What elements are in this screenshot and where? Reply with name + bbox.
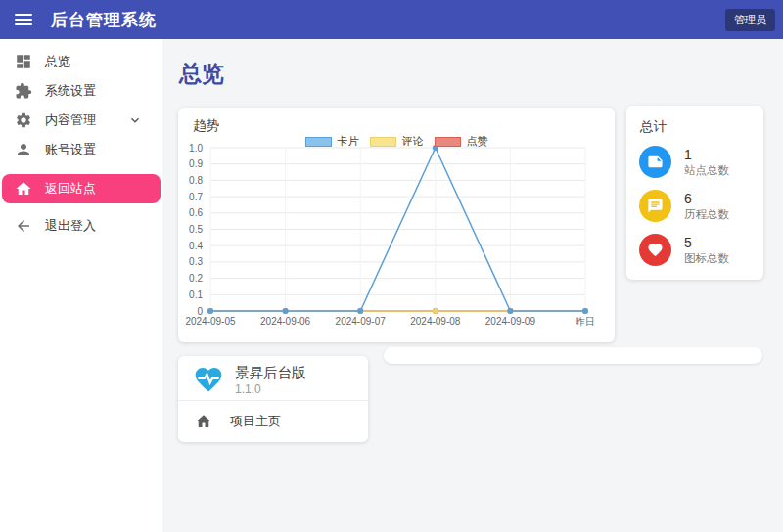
svg-text:0.9: 0.9 — [189, 158, 203, 169]
stat-label: 图标总数 — [684, 251, 729, 266]
note-icon — [639, 146, 671, 178]
legend-swatch — [435, 137, 461, 147]
sidebar-item-label: 返回站点 — [45, 180, 96, 198]
sidebar-item-label: 账号设置 — [45, 141, 96, 158]
stat-value: 5 — [684, 235, 729, 251]
svg-text:2024-09-06: 2024-09-06 — [260, 316, 311, 327]
app-name: 景昇后台版 — [235, 364, 306, 382]
svg-text:0.7: 0.7 — [189, 192, 203, 202]
chevron-down-icon[interactable] — [127, 112, 143, 128]
chart-legend: 卡片评论点赞 — [178, 134, 615, 149]
svg-text:2024-09-07: 2024-09-07 — [336, 316, 387, 327]
totals-title: 总计 — [640, 118, 667, 136]
sidebar-item-system-settings[interactable]: 系统设置 — [0, 76, 162, 106]
app-title: 后台管理系统 — [51, 9, 157, 31]
home-icon — [195, 413, 212, 430]
dashboard-icon — [15, 53, 32, 70]
page-title: 总览 — [179, 59, 224, 89]
empty-panel — [384, 347, 762, 364]
sidebar-item-label: 总览 — [45, 53, 70, 70]
legend-label: 卡片 — [338, 134, 359, 149]
legend-label: 评论 — [402, 134, 424, 149]
chat-icon — [639, 190, 671, 222]
heart-icon — [639, 234, 671, 266]
arrow-left-icon — [15, 217, 32, 235]
totals-panel: 总计 1 站点总数 6 历程总数 5 图标总数 — [626, 106, 763, 280]
heart-pulse-icon — [192, 364, 225, 395]
sidebar-item-content-management[interactable]: 内容管理 — [0, 106, 162, 135]
sidebar-item-back-to-site[interactable]: 返回站点 — [2, 174, 161, 203]
home-icon — [15, 180, 32, 198]
svg-text:2024-09-09: 2024-09-09 — [485, 316, 536, 327]
project-home-link[interactable]: 项目主页 — [178, 401, 368, 441]
legend-swatch — [305, 137, 332, 147]
top-bar: 后台管理系统 管理员 — [0, 0, 783, 39]
stat-label: 站点总数 — [684, 163, 729, 178]
svg-text:0.4: 0.4 — [189, 241, 203, 251]
sidebar-item-label: 内容管理 — [45, 111, 96, 129]
app-version: 1.1.0 — [235, 382, 261, 396]
legend-swatch — [370, 137, 396, 147]
sidebar-item-label: 系统设置 — [45, 82, 96, 100]
stat-value: 1 — [684, 147, 729, 163]
legend-label: 点赞 — [467, 134, 488, 149]
stat-label: 历程总数 — [684, 207, 729, 222]
menu-icon[interactable] — [15, 14, 32, 25]
svg-text:0.5: 0.5 — [189, 224, 203, 235]
svg-text:昨日: 昨日 — [576, 316, 595, 327]
svg-text:0.2: 0.2 — [189, 273, 203, 284]
stat-sites: 1 站点总数 — [639, 146, 756, 178]
about-card: 景昇后台版 1.1.0 项目主页 — [178, 356, 368, 442]
stat-history: 6 历程总数 — [639, 190, 756, 222]
sidebar-item-label: 退出登入 — [45, 217, 96, 235]
person-icon — [15, 141, 32, 158]
gear-icon — [15, 111, 32, 129]
svg-text:0.6: 0.6 — [189, 207, 203, 218]
svg-text:2024-09-05: 2024-09-05 — [185, 316, 236, 327]
sidebar-item-account-settings[interactable]: 账号设置 — [0, 135, 162, 164]
legend-item[interactable]: 评论 — [370, 134, 424, 149]
puzzle-icon — [15, 82, 32, 100]
chart-title: 趋势 — [193, 117, 219, 135]
trend-chart-card: 1.00.90.80.70.60.50.40.30.20.102024-09-0… — [178, 108, 615, 342]
svg-text:0.8: 0.8 — [189, 175, 203, 186]
admin-badge[interactable]: 管理员 — [725, 9, 775, 31]
svg-text:0.3: 0.3 — [189, 256, 203, 267]
sidebar: 总览 系统设置 内容管理 账号设置 返回站点 退出登入 — [0, 39, 162, 532]
project-home-label: 项目主页 — [230, 413, 281, 430]
stat-value: 6 — [684, 191, 729, 207]
svg-text:2024-09-08: 2024-09-08 — [410, 316, 461, 327]
svg-text:0: 0 — [197, 306, 203, 317]
sidebar-item-overview[interactable]: 总览 — [0, 47, 162, 76]
svg-text:0.1: 0.1 — [189, 289, 203, 300]
sidebar-item-logout[interactable]: 退出登入 — [0, 211, 162, 241]
stat-icons: 5 图标总数 — [639, 234, 756, 266]
legend-item[interactable]: 点赞 — [435, 134, 488, 149]
legend-item[interactable]: 卡片 — [305, 134, 359, 149]
